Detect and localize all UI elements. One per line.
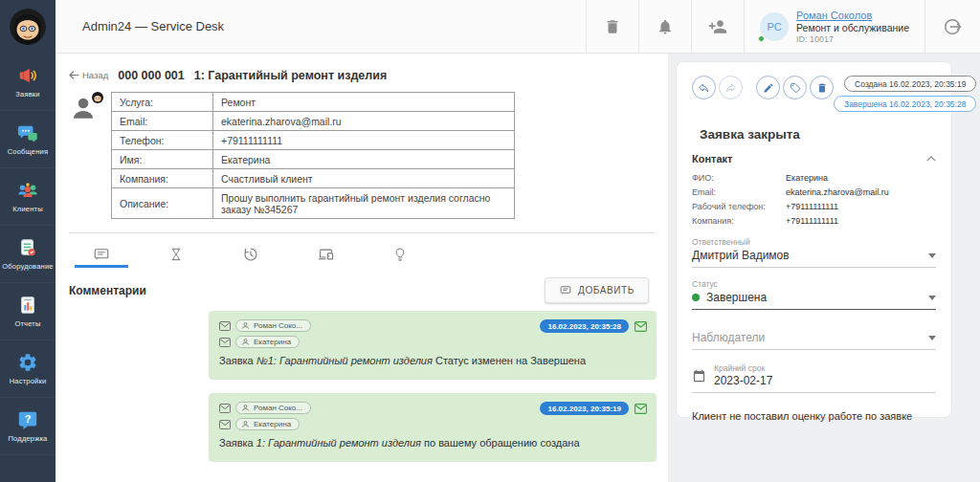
participant-chip[interactable]: Екатерина xyxy=(235,336,300,348)
sidebar-item-label: Клиенты xyxy=(12,205,42,213)
contact-section-title: Контакт xyxy=(692,153,732,164)
app-logo-avatar[interactable] xyxy=(0,0,56,54)
user-department: Ремонт и обслуживание xyxy=(796,22,909,33)
comment-icon xyxy=(93,246,110,263)
avatar-emoji-badge xyxy=(92,90,103,107)
finished-pill: Завершена 16.02.2023, 20:35:28 xyxy=(834,96,976,112)
chevron-down-icon xyxy=(928,336,936,340)
responsible-label: Ответственный xyxy=(692,237,936,247)
contact-label: Рабочий телефон: xyxy=(692,202,786,211)
sidebar-item-podderzhka[interactable]: ? Поддержка xyxy=(0,398,56,455)
sidebar-item-oborudovanie[interactable]: Оборудование xyxy=(0,226,56,283)
sidebar-item-soobshcheniya[interactable]: Сообщения xyxy=(0,111,56,168)
chevron-up-icon[interactable] xyxy=(926,156,936,162)
requester-avatar xyxy=(69,94,101,122)
contact-row: Рабочий телефон: +79111111111 xyxy=(692,202,936,211)
tag-button[interactable] xyxy=(783,76,807,99)
info-value: ekaterina.zharova@mail.ru xyxy=(213,112,515,131)
pencil-icon xyxy=(763,82,774,94)
contact-label: ФИО: xyxy=(692,173,786,183)
sidebar-item-klienty[interactable]: Клиенты xyxy=(0,168,56,226)
sidebar-item-label: Оборудование xyxy=(2,262,53,271)
user-name-link[interactable]: Роман Соколов xyxy=(796,10,909,21)
tab-equipment[interactable] xyxy=(299,243,352,268)
rating-note: Клиент не поставил оценку работе по заяв… xyxy=(692,410,936,422)
page-title: 1: Гарантийный ремонт изделия xyxy=(194,69,387,82)
table-row: Телефон: +79111111111 xyxy=(112,131,515,150)
mail-sent-icon[interactable] xyxy=(635,404,647,414)
deadline-label: Крайний срок xyxy=(714,363,772,373)
watchers-placeholder: Наблюдатели xyxy=(692,331,765,344)
contact-row: Компания: +79111111111 xyxy=(692,216,936,226)
back-button[interactable]: Назад xyxy=(69,70,108,80)
envelope-icon xyxy=(219,420,231,429)
add-comment-button[interactable]: ДОБАВИТЬ xyxy=(545,277,649,303)
sidebar: Заявки Сообщения Клиенты xyxy=(0,0,56,482)
table-row: Описание: Прошу выполнить гарантийный ре… xyxy=(112,188,515,219)
online-status-dot xyxy=(758,35,765,42)
envelope-icon xyxy=(219,321,231,331)
sidebar-item-label: Сообщения xyxy=(8,147,49,156)
deadline-value: 2023-02-17 xyxy=(714,374,772,387)
status-select[interactable]: Завершена xyxy=(692,291,936,310)
tab-sla[interactable] xyxy=(149,243,203,268)
comment-text: Заявка №1: Гарантийный ремонт изделия Ст… xyxy=(219,355,646,366)
people-icon xyxy=(17,180,38,201)
info-value: Прошу выполнить гарантийный ремонт издел… xyxy=(213,188,515,219)
chat-bubbles-icon xyxy=(17,122,38,143)
tab-history[interactable] xyxy=(224,243,278,268)
sidebar-item-otchety[interactable]: Отчеты xyxy=(0,283,56,340)
envelope-icon xyxy=(219,338,231,347)
contact-value: +79111111111 xyxy=(786,202,838,211)
ticket-number: 000 000 001 xyxy=(118,69,185,82)
edit-button[interactable] xyxy=(756,76,780,99)
forward-arrow-icon xyxy=(724,81,737,94)
participant-chip[interactable]: Роман Соко... xyxy=(235,402,311,414)
reply-arrow-icon xyxy=(698,81,710,94)
reports-icon xyxy=(17,295,38,316)
contact-value: +79111111111 xyxy=(786,216,838,226)
participant-chip[interactable]: Екатерина xyxy=(235,418,300,430)
tab-suggestions[interactable] xyxy=(373,243,427,268)
contact-row: Email: ekaterina.zharova@mail.ru xyxy=(692,187,936,197)
back-arrow-icon xyxy=(69,71,79,79)
participant-chip[interactable]: Роман Соко... xyxy=(235,319,311,332)
ticket-tabs xyxy=(69,233,668,268)
info-label: Телефон: xyxy=(112,131,213,150)
megaphone-icon xyxy=(17,65,38,86)
table-row: Email: ekaterina.zharova@mail.ru xyxy=(112,112,515,131)
person-add-icon xyxy=(708,17,727,36)
comment-text: Заявка 1: Гарантийный ремонт изделия по … xyxy=(219,437,646,449)
notifications-button[interactable] xyxy=(638,0,691,53)
tab-comments[interactable] xyxy=(75,243,128,268)
comment-add-icon xyxy=(559,284,572,296)
envelope-icon xyxy=(219,404,231,413)
info-value: +79111111111 xyxy=(213,131,515,150)
current-user-block: PC Роман Соколов Ремонт и обслуживание I… xyxy=(744,0,924,53)
comments-heading: Комментарии xyxy=(69,284,146,297)
trash-button[interactable] xyxy=(586,0,638,53)
logout-icon xyxy=(943,16,964,37)
contact-label: Компания: xyxy=(692,216,786,226)
sidebar-item-nastroyki[interactable]: Настройки xyxy=(0,340,56,398)
status-dot xyxy=(692,294,700,301)
table-row: Компания: Счастливый клиент xyxy=(112,169,515,188)
table-row: Услуга: Ремонт xyxy=(112,93,515,112)
delete-button[interactable] xyxy=(810,76,834,99)
mail-sent-icon[interactable] xyxy=(635,321,647,332)
person-icon xyxy=(241,404,250,412)
sidebar-item-zayavki[interactable]: Заявки xyxy=(0,54,56,111)
reply-button[interactable] xyxy=(692,76,716,99)
responsible-select[interactable]: Дмитрий Вадимов xyxy=(692,249,936,268)
forward-button[interactable] xyxy=(719,76,743,99)
bell-icon xyxy=(657,18,674,35)
deadline-picker[interactable]: Крайний срок 2023-02-17 xyxy=(692,363,936,393)
watchers-select[interactable]: Наблюдатели xyxy=(692,331,936,350)
sidebar-item-label: Поддержка xyxy=(9,434,48,443)
mini-cartoon-icon xyxy=(92,92,103,103)
comment-card: Роман Соко... Екат xyxy=(209,393,657,462)
info-value: Счастливый клиент xyxy=(213,169,515,188)
logout-button[interactable] xyxy=(924,0,980,53)
contact-row: ФИО: Екатерина xyxy=(692,173,936,183)
add-user-button[interactable] xyxy=(691,0,744,53)
